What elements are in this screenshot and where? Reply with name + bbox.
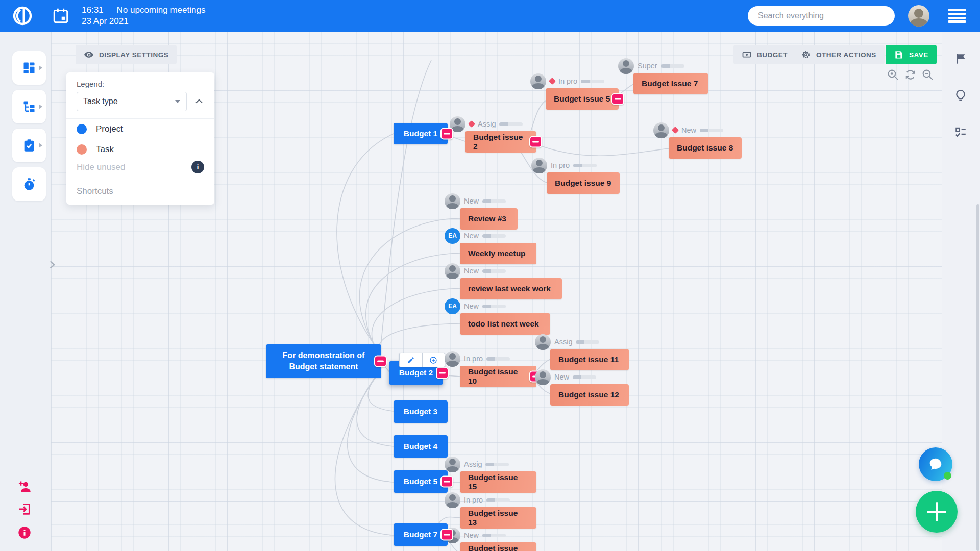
collapse-badge[interactable] [440, 529, 453, 541]
task-box[interactable]: Budget Issue 7 [633, 73, 708, 94]
logo-icon [12, 6, 33, 26]
collapse-badge[interactable] [440, 476, 453, 488]
sidebar-expand-chevron[interactable] [47, 258, 57, 271]
chevron-right-icon [39, 143, 42, 148]
meeting-info[interactable]: 16:31 No upcoming meetings 23 Apr 2021 [82, 5, 205, 27]
progress-bar [482, 269, 506, 273]
project-node-budget-4[interactable]: Budget 4 [394, 435, 448, 458]
project-node-budget-5[interactable]: Budget 5 [394, 470, 448, 493]
plus-circle-icon [429, 356, 437, 364]
task-label: Budget issue 2 [473, 133, 528, 151]
floppy-icon [894, 49, 904, 60]
task-box[interactable]: todo list next week [460, 313, 550, 335]
sidebar-item-timer[interactable] [12, 167, 46, 201]
priority-diamond-icon [468, 120, 475, 128]
assignee-avatar [445, 263, 460, 279]
root-node-budget-statement[interactable]: For demonstration of Budget statement [266, 344, 381, 378]
task-box[interactable]: Budget issue 10 [460, 366, 536, 387]
flag-icon [954, 52, 967, 65]
task-node-budget-issue-9[interactable]: In pro Budget issue 9 [547, 172, 620, 194]
logout-button[interactable] [17, 502, 32, 516]
task-node-review-last-week-work[interactable]: New review last week work [460, 278, 562, 299]
task-node-budget-issue-2[interactable]: Assig Budget issue 2 [465, 131, 536, 153]
task-node-budget-issue-8[interactable]: New Budget issue 8 [669, 137, 742, 159]
chat-widget-button[interactable] [919, 447, 952, 481]
legend-type-value: Task type [83, 97, 118, 106]
task-node-budget-issue-15[interactable]: Assig Budget issue 15 [460, 471, 536, 493]
assignee-avatar: EA [445, 228, 460, 244]
task-status: In pro [464, 496, 483, 504]
project-node-budget-3[interactable]: Budget 3 [394, 400, 448, 423]
task-status: Assig [554, 338, 572, 346]
menu-icon[interactable] [948, 9, 966, 23]
project-node-budget-7[interactable]: Budget 7 [394, 523, 448, 546]
task-node-budget-issue-13[interactable]: In pro Budget issue 13 [460, 507, 536, 529]
collapse-badge[interactable] [529, 136, 542, 148]
task-node-todo-list-next-week[interactable]: EA New todo list next week [460, 313, 550, 335]
legend-item-task[interactable]: Task [66, 139, 214, 160]
add-child-node-button[interactable] [422, 353, 445, 367]
info-icon[interactable]: i [191, 161, 204, 173]
task-node-budget-issue-7[interactable]: Super Budget Issue 7 [633, 73, 708, 94]
task-node-budget-issue-10[interactable]: In pro Budget issue 10 [460, 366, 536, 387]
progress-bar [485, 463, 509, 466]
budget-button[interactable]: BUDGET [733, 45, 796, 64]
search-input[interactable] [748, 6, 895, 26]
hide-unused-label[interactable]: Hide unused [77, 162, 125, 172]
zoom-out-icon[interactable] [921, 68, 934, 81]
assignee-avatar [445, 457, 460, 472]
task-box[interactable]: Budget issue 11 [550, 349, 629, 370]
task-status-row: Super [618, 58, 684, 74]
task-node-budget-issue-5[interactable]: In pro Budget issue 5 [546, 88, 619, 110]
task-box[interactable]: Budget issue 14 [460, 542, 536, 551]
progress-bar [486, 498, 510, 502]
invite-user-button[interactable] [17, 480, 32, 494]
task-box[interactable]: Budget issue 2 [465, 131, 536, 153]
assignee-avatar [535, 334, 551, 350]
collapse-badge[interactable] [436, 367, 449, 379]
task-node-budget-issue-12[interactable]: New Budget issue 12 [550, 384, 629, 406]
task-box[interactable]: Budget issue 8 [669, 137, 742, 159]
task-box[interactable]: Budget issue 9 [547, 172, 620, 194]
checklist-button[interactable] [954, 126, 967, 139]
task-node-budget-issue-11[interactable]: Assig Budget issue 11 [550, 349, 629, 370]
task-box[interactable]: Budget issue 13 [460, 507, 536, 529]
task-box[interactable]: Weekly meetup [460, 243, 536, 264]
task-status: New [554, 373, 569, 381]
task-box[interactable]: Budget issue 5 [546, 88, 619, 110]
vertical-scrollbar[interactable] [976, 204, 979, 551]
user-avatar[interactable] [908, 5, 929, 27]
sidebar-item-projects-tree[interactable] [12, 90, 46, 123]
progress-bar [499, 122, 523, 126]
task-box[interactable]: Review #3 [460, 208, 518, 230]
shortcuts-link[interactable]: Shortcuts [66, 180, 214, 205]
task-box[interactable]: Budget issue 12 [550, 384, 629, 406]
other-actions-button[interactable]: OTHER ACTIONS [793, 45, 885, 64]
project-node-budget-1[interactable]: Budget 1 [394, 123, 448, 144]
add-new-button[interactable] [916, 491, 958, 533]
legend-type-select[interactable]: Task type [77, 92, 187, 111]
task-node-review-3[interactable]: New Review #3 [460, 208, 518, 230]
sidebar-item-tasks[interactable] [12, 129, 46, 162]
zoom-in-icon[interactable] [887, 68, 899, 81]
help-info-button[interactable] [17, 525, 32, 540]
priority-diamond-icon [672, 127, 679, 134]
progress-bar [576, 340, 599, 344]
flag-button[interactable] [954, 52, 967, 65]
task-node-weekly-meetup[interactable]: EA New Weekly meetup [460, 243, 536, 264]
task-box[interactable]: review last week work [460, 278, 562, 299]
collapse-badge[interactable] [611, 93, 624, 105]
save-button[interactable]: SAVE [886, 45, 937, 64]
legend-item-project[interactable]: Project [66, 119, 214, 139]
calendar-icon[interactable] [52, 7, 69, 24]
collapse-badge[interactable] [374, 356, 387, 367]
display-settings-button[interactable]: DISPLAY SETTINGS [76, 45, 177, 64]
zoom-reset-icon[interactable] [904, 68, 917, 81]
task-box[interactable]: Budget issue 15 [460, 471, 536, 493]
sidebar-item-dashboard[interactable] [12, 51, 46, 85]
task-node-budget-issue-14[interactable]: New Budget issue 14 [460, 542, 536, 551]
edit-node-button[interactable] [400, 353, 422, 367]
ideas-button[interactable] [954, 89, 967, 102]
collapse-badge[interactable] [440, 128, 453, 140]
chevron-up-icon[interactable] [194, 96, 204, 107]
